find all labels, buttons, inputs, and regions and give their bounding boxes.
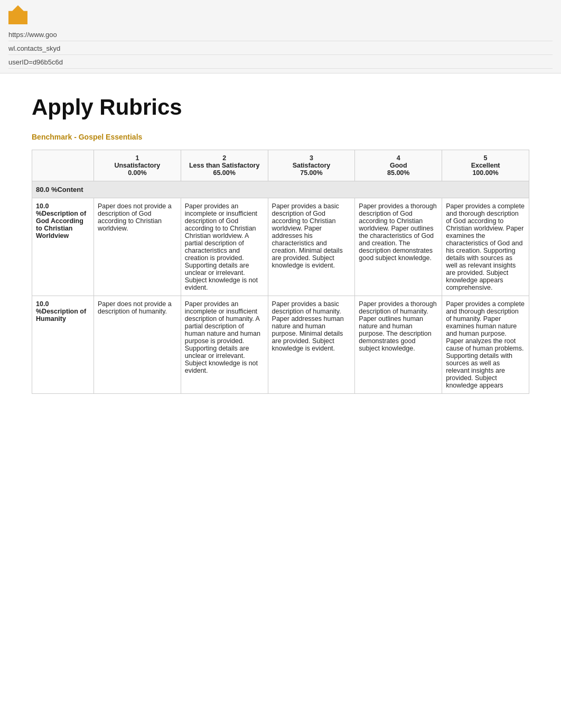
table-row: 10.0 %Description of Humanity Paper does… <box>32 296 529 394</box>
site-logo-icon <box>8 5 27 24</box>
table-header-row: 1 Unsatisfactory 0.00% 2 Less than Satis… <box>32 150 529 181</box>
url-display: https://www.goo <box>8 29 553 41</box>
row-2-col4: Paper provides a thorough description of… <box>355 296 442 394</box>
col-header-4: 4 Good 85.00% <box>355 150 442 181</box>
col-header-2: 2 Less than Satisfactory 65.00% <box>181 150 268 181</box>
section-header-label: 80.0 %Content <box>32 181 529 198</box>
row-2-col3: Paper provides a basic description of hu… <box>268 296 355 394</box>
page-title: Apply Rubrics <box>32 95 529 120</box>
row-2-col1: Paper does not provide a description of … <box>94 296 181 394</box>
row-2-label: 10.0 %Description of Humanity <box>32 296 94 394</box>
top-bar: https://www.goo wl.contacts_skyd userID=… <box>0 0 561 73</box>
col-header-empty <box>32 150 94 181</box>
col-header-3: 3 Satisfactory 75.00% <box>268 150 355 181</box>
benchmark-label: Benchmark - Gospel Essentials <box>32 133 529 141</box>
contacts-display: wl.contacts_skyd <box>8 42 553 55</box>
rubric-table: 1 Unsatisfactory 0.00% 2 Less than Satis… <box>32 150 529 394</box>
row-2-col2: Paper provides an incomplete or insuffic… <box>181 296 268 394</box>
userid-display: userID=d96b5c6d <box>8 56 553 69</box>
row-1-col4: Paper provides a thorough description of… <box>355 198 442 296</box>
main-content: Apply Rubrics Benchmark - Gospel Essenti… <box>0 73 561 415</box>
row-1-col2: Paper provides an incomplete or insuffic… <box>181 198 268 296</box>
row-1-label: 10.0 %Description of God According to Ch… <box>32 198 94 296</box>
row-1-col3: Paper provides a basic description of Go… <box>268 198 355 296</box>
row-1-col5: Paper provides a complete and thorough d… <box>442 198 529 296</box>
table-row: 10.0 %Description of God According to Ch… <box>32 198 529 296</box>
section-header-row: 80.0 %Content <box>32 181 529 198</box>
col-header-5: 5 Excellent 100.00% <box>442 150 529 181</box>
row-1-col1: Paper does not provide a description of … <box>94 198 181 296</box>
row-2-col5: Paper provides a complete and thorough d… <box>442 296 529 394</box>
col-header-1: 1 Unsatisfactory 0.00% <box>94 150 181 181</box>
